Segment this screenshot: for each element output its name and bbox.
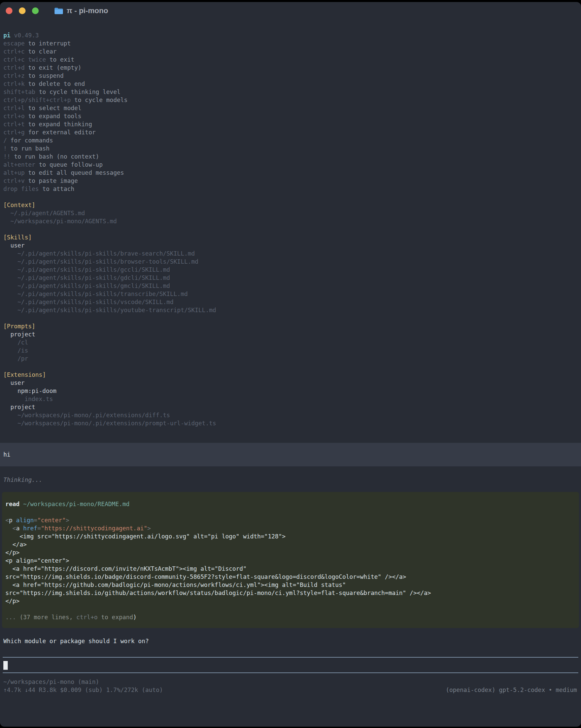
user-message: hi (0, 443, 581, 466)
text-segment: <p align="center"> (5, 557, 69, 564)
shortcut-line: drop files to attach (0, 185, 581, 193)
code-line: </a> (2, 541, 579, 548)
shortcut-desc: to queue follow-up (39, 161, 103, 168)
shortcut-key: ctrl+z (3, 72, 25, 79)
shortcut-line: ctrl+k to delete to end (0, 80, 581, 88)
shortcut-desc: to paste image (28, 178, 78, 184)
shortcut-line: ctrl+z to suspend (0, 72, 581, 80)
shortcut-desc: for external editor (28, 129, 96, 136)
shortcut-line: ctrl+c to clear (0, 48, 581, 56)
text-segment: href (23, 525, 37, 532)
shortcut-desc: to run bash (no context) (14, 153, 99, 160)
titlebar: π - pi-mono (0, 2, 581, 20)
startup-section: [Skills]user~/.pi/agent/skills/pi-skills… (0, 233, 581, 314)
startup-section: [Context]~/.pi/agent/AGENTS.md~/workspac… (0, 201, 581, 225)
text-segment: > (65, 517, 69, 524)
shortcut-line: alt+up to edit all queued messages (0, 169, 581, 177)
shortcut-key: ctrl+o (3, 113, 25, 120)
app-banner: pi v0.49.3 (0, 31, 581, 40)
section-line: /cl (0, 338, 581, 346)
thinking-indicator: Thinking... (0, 476, 581, 484)
section-header: [Context] (0, 201, 581, 209)
section-line: user (0, 241, 581, 250)
shortcut-desc: to attach (43, 185, 74, 192)
shortcut-line: !! to run bash (no context) (0, 153, 581, 161)
section-header: [Extensions] (0, 371, 581, 379)
section-line: ~/.pi/agent/AGENTS.md (0, 209, 581, 217)
text-segment: src="https://img.shields.io/github/actio… (5, 590, 431, 596)
section-line: ~/.pi/agent/skills/pi-skills/gccli/SKILL… (0, 266, 581, 274)
shortcut-desc: to suspend (28, 72, 63, 79)
shortcut-line: escape to interrupt (0, 40, 581, 48)
text-segment: = (34, 517, 37, 524)
code-line: </p> (2, 548, 579, 556)
shortcut-key: alt+up (3, 170, 25, 176)
assistant-message: Which module or package should I work on… (0, 637, 581, 645)
text-segment: </p> (5, 549, 20, 556)
shortcut-line: ctrl+l to select model (0, 104, 581, 112)
shortcut-line: ctrl+p/shift+ctrl+p to cycle models (0, 96, 581, 104)
shortcut-line: ctrl+c twice to exit (0, 56, 581, 63)
shortcut-list: escape to interruptctrl+c to clearctrl+c… (0, 40, 581, 193)
message-input[interactable] (3, 657, 578, 673)
code-line: <p align="center"> (2, 516, 579, 524)
section-line: ~/.pi/agent/skills/pi-skills/browser-too… (0, 258, 581, 266)
text-segment: </a> (5, 541, 27, 548)
text-segment: <a href="https://discord.com/invite/nKXT… (5, 565, 246, 572)
shortcut-line: ! to run bash (0, 145, 581, 153)
text-segment: "center" (37, 517, 65, 524)
shortcut-line: shift+tab to cycle thinking level (0, 88, 581, 96)
shortcut-desc: to cycle thinking level (39, 88, 120, 95)
shortcut-desc: to expand thinking (28, 121, 92, 128)
text-segment: a (16, 525, 20, 532)
shortcut-desc: to edit all queued messages (28, 170, 124, 176)
text-segment (20, 525, 23, 532)
tool-call-header: read ~/workspaces/pi-mono/README.md (2, 500, 579, 508)
text-segment: p (9, 517, 13, 524)
code-line: <img src="https://shittycodingagent.ai/l… (2, 532, 579, 541)
text-segment (5, 525, 12, 532)
shortcut-key: drop files (3, 185, 39, 192)
maximize-button[interactable] (32, 7, 39, 14)
shortcut-line: ctrl+v to paste image (0, 177, 581, 185)
section-line: project (0, 330, 581, 338)
terminal-window: π - pi-mono pi v0.49.3 escape to interru… (0, 2, 581, 727)
shortcut-key: ctrl+p/shift+ctrl+p (3, 97, 71, 103)
shortcut-key: ctrl+k (3, 80, 25, 87)
section-header: [Skills] (0, 233, 581, 241)
text-segment: "https://shittycodingagent.ai" (41, 525, 147, 532)
text-segment: > (148, 525, 151, 532)
section-line: ~/.pi/agent/skills/pi-skills/vscode/SKIL… (0, 298, 581, 306)
code-line: src="https://img.shields.io/github/actio… (2, 589, 579, 597)
window-controls (6, 7, 45, 14)
close-button[interactable] (6, 7, 12, 14)
shortcut-desc: to expand tools (28, 113, 81, 120)
text-segment (12, 517, 16, 524)
section-line: npm:pi-doom (0, 387, 581, 395)
cwd-branch-status: ~/workspaces/pi-mono (main) (0, 678, 581, 686)
read-tool-block: read ~/workspaces/pi-mono/README.md <p a… (2, 492, 579, 628)
section-line: /is (0, 346, 581, 355)
text-segment: src="https://img.shields.io/badge/discor… (5, 573, 406, 580)
shortcut-line: ctrl+o to expand tools (0, 112, 581, 120)
code-line: <a href="https://github.com/badlogic/pi-… (2, 581, 579, 589)
shortcut-desc: to exit (50, 56, 74, 63)
app-version: v0.49.3 (14, 32, 39, 39)
tool-argument: ~/workspaces/pi-mono/README.md (23, 501, 130, 508)
section-line: ~/.pi/agent/skills/pi-skills/brave-searc… (0, 250, 581, 258)
shortcut-line: ctrl+d to exit (empty) (0, 63, 581, 72)
shortcut-desc: to clear (28, 48, 57, 55)
shortcut-key: ctrl+c (3, 48, 25, 55)
code-line: <p align="center"> (2, 556, 579, 565)
section-line: ~/workspaces/pi-mono/.pi/extensions/diff… (0, 411, 581, 419)
code-line: <a href="https://discord.com/invite/nKXT… (2, 565, 579, 573)
shortcut-key: escape (3, 40, 25, 47)
shortcut-desc: to delete to end (28, 80, 85, 87)
shortcut-key: ctrl+d (3, 64, 25, 71)
shortcut-key: / (3, 137, 7, 144)
minimize-button[interactable] (19, 7, 26, 14)
text-segment: = (37, 525, 41, 532)
shortcut-desc: to run bash (10, 145, 50, 152)
shortcut-key: alt+enter (3, 161, 35, 168)
section-line: ~/.pi/agent/skills/pi-skills/transcribe/… (0, 290, 581, 298)
